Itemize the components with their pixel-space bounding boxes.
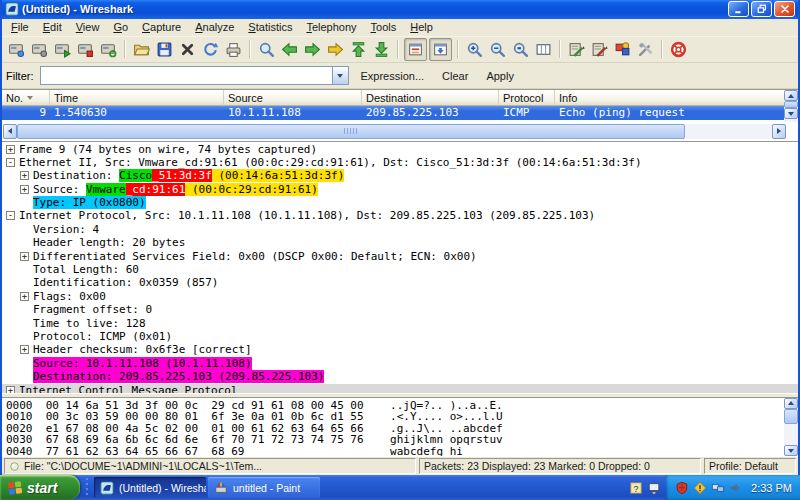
column-header-no[interactable]: No. — [2, 90, 50, 106]
detail-line[interactable]: Type: IP (0x0800) — [2, 196, 798, 209]
forward-button[interactable] — [301, 38, 324, 61]
scrollbar-thumb[interactable] — [17, 124, 685, 139]
menu-capture[interactable]: Capture — [135, 20, 188, 35]
column-header-destination[interactable]: Destination — [362, 90, 499, 106]
menu-go[interactable]: Go — [106, 20, 135, 35]
scroll-down-button[interactable] — [784, 445, 798, 456]
save-button[interactable] — [153, 38, 176, 61]
coloring-rules-button[interactable] — [611, 38, 634, 61]
open-button[interactable] — [130, 38, 153, 61]
interfaces-button[interactable] — [5, 38, 28, 61]
security-shield-icon[interactable] — [675, 481, 689, 495]
expand-icon[interactable]: + — [20, 252, 29, 261]
column-header-info[interactable]: Info — [555, 90, 787, 106]
resize-columns-button[interactable] — [532, 38, 555, 61]
detail-line[interactable]: -Internet Protocol, Src: 10.1.11.108 (10… — [2, 209, 798, 222]
expand-icon[interactable]: + — [20, 171, 29, 180]
zoom-out-button[interactable] — [486, 38, 509, 61]
detail-line[interactable]: Fragment offset: 0 — [2, 303, 798, 316]
capture-restart-button[interactable] — [97, 38, 120, 61]
zoom-in-button[interactable] — [463, 38, 486, 61]
warning-diamond-icon[interactable] — [693, 481, 707, 495]
scrollbar-track[interactable] — [784, 424, 798, 445]
hex-vertical-scrollbar[interactable] — [784, 398, 798, 456]
start-button[interactable]: start — [0, 475, 80, 500]
packet-list-vertical-scrollbar[interactable] — [784, 90, 798, 122]
scrollbar-track[interactable] — [685, 124, 772, 139]
menu-edit[interactable]: Edit — [36, 20, 69, 35]
packet-row[interactable]: 91.54063010.1.11.108209.85.225.103ICMPEc… — [2, 106, 787, 120]
restore-button[interactable] — [751, 1, 772, 17]
scrollbar-thumb[interactable] — [784, 101, 798, 108]
expand-icon[interactable]: + — [20, 185, 29, 194]
help-button[interactable] — [667, 38, 690, 61]
menu-analyze[interactable]: Analyze — [188, 20, 241, 35]
status-profile-text[interactable]: Profile: Default — [709, 460, 778, 472]
detail-line[interactable]: +Destination: Cisco_51:3d:3f (00:14:6a:5… — [2, 169, 798, 182]
hex-line[interactable]: 0040 77 61 62 63 64 65 66 67 68 69 wabcd… — [6, 446, 798, 457]
detail-line[interactable]: +Internet Control Message Protocol — [2, 384, 798, 394]
close-button[interactable] — [176, 38, 199, 61]
collapse-icon[interactable]: - — [6, 158, 15, 167]
find-button[interactable] — [255, 38, 278, 61]
detail-line[interactable]: Destination: 209.85.225.103 (209.85.225.… — [2, 370, 798, 383]
volume-icon[interactable] — [729, 481, 743, 495]
expand-icon[interactable]: + — [6, 145, 15, 154]
goto-packet-button[interactable] — [324, 38, 347, 61]
detail-line[interactable]: Version: 4 — [2, 223, 798, 236]
taskbar-task-wireshark[interactable]: (Untitled) - Wireshark — [94, 477, 206, 498]
question-note-icon[interactable] — [629, 481, 643, 495]
reload-button[interactable] — [199, 38, 222, 61]
scroll-up-button[interactable] — [784, 90, 798, 101]
print-button[interactable] — [222, 38, 245, 61]
collapse-icon[interactable]: - — [6, 211, 15, 220]
filter-dropdown-button[interactable] — [332, 66, 349, 85]
detail-line[interactable]: Protocol: ICMP (0x01) — [2, 330, 798, 343]
packet-list-horizontal-scrollbar[interactable] — [3, 124, 786, 139]
detail-line[interactable]: Header length: 20 bytes — [2, 236, 798, 249]
capture-options-button[interactable] — [28, 38, 51, 61]
title-bar[interactable]: (Untitled) - Wireshark — [2, 0, 798, 19]
detail-line[interactable]: Identification: 0x0359 (857) — [2, 276, 798, 289]
detail-line[interactable]: +Header checksum: 0x6f3e [correct] — [2, 343, 798, 356]
scroll-right-button[interactable] — [772, 124, 786, 139]
detail-line[interactable]: +Differentiated Services Field: 0x00 (DS… — [2, 250, 798, 263]
expand-icon[interactable]: + — [6, 386, 15, 394]
detail-line[interactable]: Source: 10.1.11.108 (10.1.11.108) — [2, 357, 798, 370]
scrollbar-thumb[interactable] — [784, 409, 798, 424]
close-button[interactable] — [774, 1, 795, 17]
menu-telephony[interactable]: Telephony — [299, 20, 363, 35]
capture-filter-button[interactable] — [565, 38, 588, 61]
expand-icon[interactable]: + — [20, 345, 29, 354]
taskbar-task-paint[interactable]: untitled - Paint — [208, 477, 320, 498]
menu-tools[interactable]: Tools — [364, 20, 404, 35]
detail-line[interactable]: +Source: Vmware_cd:91:61 (00:0c:29:cd:91… — [2, 183, 798, 196]
menu-statistics[interactable]: Statistics — [241, 20, 299, 35]
detail-line[interactable]: +Frame 9 (74 bytes on wire, 74 bytes cap… — [2, 143, 798, 156]
detail-line[interactable]: Time to live: 128 — [2, 317, 798, 330]
autoscroll-button[interactable] — [429, 38, 452, 61]
scroll-up-button[interactable] — [784, 398, 798, 409]
zoom-100-button[interactable] — [509, 38, 532, 61]
scroll-left-button[interactable] — [3, 124, 17, 139]
go-bottom-button[interactable] — [370, 38, 393, 61]
detail-line[interactable]: -Ethernet II, Src: Vmware_cd:91:61 (00:0… — [2, 156, 798, 169]
expression-button[interactable]: Expression... — [355, 68, 431, 84]
detail-line[interactable]: Total Length: 60 — [2, 263, 798, 276]
network-icon[interactable] — [711, 481, 725, 495]
go-top-button[interactable] — [347, 38, 370, 61]
display-filter-button[interactable] — [588, 38, 611, 61]
capture-start-button[interactable] — [51, 38, 74, 61]
apply-button[interactable]: Apply — [480, 68, 520, 84]
column-header-source[interactable]: Source — [224, 90, 362, 106]
clear-button[interactable]: Clear — [436, 68, 474, 84]
minimize-button[interactable] — [728, 1, 749, 17]
menu-view[interactable]: View — [69, 20, 107, 35]
colorize-button[interactable] — [404, 38, 427, 61]
detail-line[interactable]: +Flags: 0x00 — [2, 290, 798, 303]
column-header-time[interactable]: Time — [50, 90, 224, 106]
filter-input[interactable] — [40, 66, 332, 85]
expert-info-icon[interactable] — [9, 461, 20, 472]
menu-help[interactable]: Help — [403, 20, 440, 35]
back-button[interactable] — [278, 38, 301, 61]
